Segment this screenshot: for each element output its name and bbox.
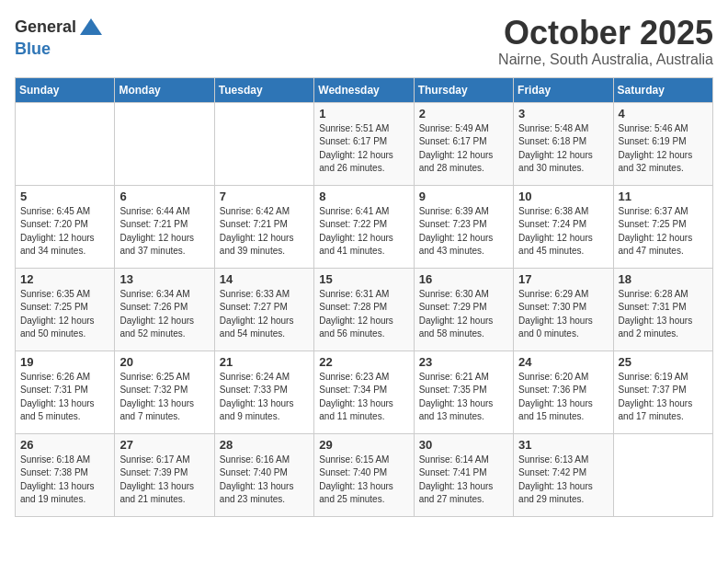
day-number: 7 — [220, 190, 309, 203]
cell-content: Sunrise: 6:25 AM Sunset: 7:32 PM Dayligh… — [119, 371, 209, 424]
day-number: 27 — [119, 438, 209, 452]
cell-content: Sunrise: 6:45 AM Sunset: 7:20 PM Dayligh… — [20, 205, 109, 259]
cell-content: Sunrise: 6:15 AM Sunset: 7:40 PM Dayligh… — [319, 454, 408, 507]
cell-content: Sunrise: 5:48 AM Sunset: 6:18 PM Dayligh… — [518, 122, 608, 176]
calendar-cell: 16Sunrise: 6:30 AM Sunset: 7:29 PM Dayli… — [414, 268, 513, 350]
cell-content: Sunrise: 6:16 AM Sunset: 7:40 PM Dayligh… — [220, 454, 309, 507]
calendar-cell — [115, 102, 214, 185]
day-number: 8 — [319, 190, 408, 203]
day-number: 28 — [220, 438, 309, 452]
cell-content: Sunrise: 6:26 AM Sunset: 7:31 PM Dayligh… — [20, 371, 109, 424]
day-number: 3 — [518, 107, 608, 121]
day-number: 1 — [319, 107, 408, 121]
calendar-cell: 21Sunrise: 6:24 AM Sunset: 7:33 PM Dayli… — [214, 350, 313, 433]
calendar-cell: 17Sunrise: 6:29 AM Sunset: 7:30 PM Dayli… — [514, 268, 613, 350]
cell-content: Sunrise: 6:34 AM Sunset: 7:26 PM Dayligh… — [119, 288, 209, 341]
cell-content: Sunrise: 6:42 AM Sunset: 7:21 PM Dayligh… — [220, 205, 309, 259]
day-number: 21 — [220, 355, 309, 369]
cell-content: Sunrise: 6:30 AM Sunset: 7:29 PM Dayligh… — [419, 288, 508, 341]
calendar-cell: 19Sunrise: 6:26 AM Sunset: 7:31 PM Dayli… — [16, 350, 115, 433]
day-number: 9 — [419, 190, 508, 203]
week-row-2: 5Sunrise: 6:45 AM Sunset: 7:20 PM Daylig… — [16, 185, 713, 268]
calendar-cell: 13Sunrise: 6:34 AM Sunset: 7:26 PM Dayli… — [115, 268, 214, 350]
header-row: SundayMondayTuesdayWednesdayThursdayFrid… — [16, 77, 713, 102]
calendar-cell: 27Sunrise: 6:17 AM Sunset: 7:39 PM Dayli… — [115, 433, 214, 516]
calendar-cell: 3Sunrise: 5:48 AM Sunset: 6:18 PM Daylig… — [514, 102, 613, 185]
week-row-3: 12Sunrise: 6:35 AM Sunset: 7:25 PM Dayli… — [16, 268, 713, 350]
cell-content: Sunrise: 6:35 AM Sunset: 7:25 PM Dayligh… — [20, 288, 109, 341]
header-cell-monday: Monday — [115, 77, 214, 102]
calendar-table: SundayMondayTuesdayWednesdayThursdayFrid… — [15, 77, 713, 517]
calendar-cell: 31Sunrise: 6:13 AM Sunset: 7:42 PM Dayli… — [514, 433, 613, 516]
day-number: 25 — [619, 355, 708, 369]
cell-content: Sunrise: 5:49 AM Sunset: 6:17 PM Dayligh… — [419, 122, 508, 176]
logo-icon — [78, 15, 104, 40]
cell-content: Sunrise: 6:24 AM Sunset: 7:33 PM Dayligh… — [220, 371, 309, 424]
cell-content: Sunrise: 6:20 AM Sunset: 7:36 PM Dayligh… — [518, 371, 608, 424]
week-row-5: 26Sunrise: 6:18 AM Sunset: 7:38 PM Dayli… — [16, 433, 713, 516]
header-cell-tuesday: Tuesday — [214, 77, 313, 102]
cell-content: Sunrise: 6:14 AM Sunset: 7:41 PM Dayligh… — [419, 454, 508, 507]
day-number: 22 — [319, 355, 408, 369]
location-title: Nairne, South Australia, Australia — [498, 52, 713, 68]
calendar-cell: 23Sunrise: 6:21 AM Sunset: 7:35 PM Dayli… — [414, 350, 513, 433]
cell-content: Sunrise: 5:46 AM Sunset: 6:19 PM Dayligh… — [619, 122, 708, 176]
day-number: 4 — [619, 107, 708, 121]
header-cell-wednesday: Wednesday — [314, 77, 414, 102]
calendar-cell: 29Sunrise: 6:15 AM Sunset: 7:40 PM Dayli… — [314, 433, 414, 516]
day-number: 19 — [20, 355, 109, 369]
month-title: October 2025 — [498, 15, 713, 52]
calendar-cell: 20Sunrise: 6:25 AM Sunset: 7:32 PM Dayli… — [115, 350, 214, 433]
day-number: 5 — [20, 190, 109, 203]
calendar-cell: 14Sunrise: 6:33 AM Sunset: 7:27 PM Dayli… — [214, 268, 313, 350]
day-number: 16 — [419, 272, 508, 286]
logo: General Blue — [15, 15, 104, 59]
day-number: 15 — [319, 272, 408, 286]
cell-content: Sunrise: 6:18 AM Sunset: 7:38 PM Dayligh… — [20, 454, 109, 507]
day-number: 13 — [119, 272, 209, 286]
calendar-cell: 12Sunrise: 6:35 AM Sunset: 7:25 PM Dayli… — [16, 268, 115, 350]
header-cell-friday: Friday — [514, 77, 613, 102]
cell-content: Sunrise: 6:41 AM Sunset: 7:22 PM Dayligh… — [319, 205, 408, 259]
cell-content: Sunrise: 6:31 AM Sunset: 7:28 PM Dayligh… — [319, 288, 408, 341]
cell-content: Sunrise: 6:17 AM Sunset: 7:39 PM Dayligh… — [119, 454, 209, 507]
calendar-cell: 25Sunrise: 6:19 AM Sunset: 7:37 PM Dayli… — [613, 350, 712, 433]
day-number: 23 — [419, 355, 508, 369]
cell-content: Sunrise: 6:13 AM Sunset: 7:42 PM Dayligh… — [518, 454, 608, 507]
calendar-cell: 6Sunrise: 6:44 AM Sunset: 7:21 PM Daylig… — [115, 185, 214, 268]
calendar-cell: 2Sunrise: 5:49 AM Sunset: 6:17 PM Daylig… — [414, 102, 513, 185]
day-number: 2 — [419, 107, 508, 121]
day-number: 14 — [220, 272, 309, 286]
cell-content: Sunrise: 6:38 AM Sunset: 7:24 PM Dayligh… — [518, 205, 608, 259]
day-number: 18 — [619, 272, 708, 286]
calendar-cell: 1Sunrise: 5:51 AM Sunset: 6:17 PM Daylig… — [314, 102, 414, 185]
calendar-cell: 22Sunrise: 6:23 AM Sunset: 7:34 PM Dayli… — [314, 350, 414, 433]
calendar-cell: 24Sunrise: 6:20 AM Sunset: 7:36 PM Dayli… — [514, 350, 613, 433]
calendar-cell: 18Sunrise: 6:28 AM Sunset: 7:31 PM Dayli… — [613, 268, 712, 350]
cell-content: Sunrise: 6:19 AM Sunset: 7:37 PM Dayligh… — [619, 371, 708, 424]
cell-content: Sunrise: 6:29 AM Sunset: 7:30 PM Dayligh… — [518, 288, 608, 341]
calendar-cell — [214, 102, 313, 185]
logo-text: General — [15, 18, 76, 37]
cell-content: Sunrise: 6:44 AM Sunset: 7:21 PM Dayligh… — [119, 205, 209, 259]
calendar-cell: 30Sunrise: 6:14 AM Sunset: 7:41 PM Dayli… — [414, 433, 513, 516]
calendar-cell: 8Sunrise: 6:41 AM Sunset: 7:22 PM Daylig… — [314, 185, 414, 268]
day-number: 26 — [20, 438, 109, 452]
calendar-cell: 26Sunrise: 6:18 AM Sunset: 7:38 PM Dayli… — [16, 433, 115, 516]
calendar-cell: 4Sunrise: 5:46 AM Sunset: 6:19 PM Daylig… — [613, 102, 712, 185]
cell-content: Sunrise: 6:28 AM Sunset: 7:31 PM Dayligh… — [619, 288, 708, 341]
calendar-cell: 10Sunrise: 6:38 AM Sunset: 7:24 PM Dayli… — [514, 185, 613, 268]
calendar-cell: 5Sunrise: 6:45 AM Sunset: 7:20 PM Daylig… — [16, 185, 115, 268]
day-number: 11 — [619, 190, 708, 203]
cell-content: Sunrise: 6:39 AM Sunset: 7:23 PM Dayligh… — [419, 205, 508, 259]
week-row-1: 1Sunrise: 5:51 AM Sunset: 6:17 PM Daylig… — [16, 102, 713, 185]
calendar-cell: 28Sunrise: 6:16 AM Sunset: 7:40 PM Dayli… — [214, 433, 313, 516]
cell-content: Sunrise: 6:23 AM Sunset: 7:34 PM Dayligh… — [319, 371, 408, 424]
svg-marker-0 — [80, 18, 102, 35]
week-row-4: 19Sunrise: 6:26 AM Sunset: 7:31 PM Dayli… — [16, 350, 713, 433]
cell-content: Sunrise: 6:33 AM Sunset: 7:27 PM Dayligh… — [220, 288, 309, 341]
calendar-cell: 15Sunrise: 6:31 AM Sunset: 7:28 PM Dayli… — [314, 268, 414, 350]
page-header: General Blue October 2025 Nairne, South … — [15, 15, 713, 68]
day-number: 17 — [518, 272, 608, 286]
calendar-cell: 7Sunrise: 6:42 AM Sunset: 7:21 PM Daylig… — [214, 185, 313, 268]
